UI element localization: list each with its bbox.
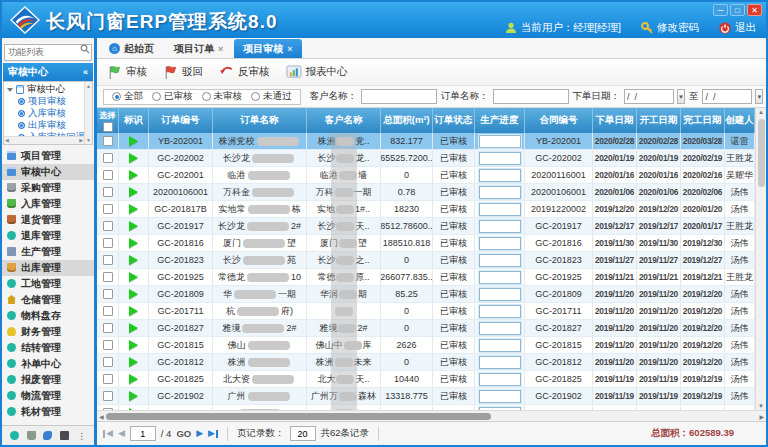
- table-row[interactable]: GC-201925 常德龙10 常德原.. 266077.835.. 已审核 G…: [97, 269, 755, 286]
- cart-icon[interactable]: [27, 431, 36, 440]
- sidebar-module-item[interactable]: 采购管理: [2, 180, 94, 196]
- table-row[interactable]: GC-201812 株洲 株洲未来 0 已审核 GC-201812 2019/1…: [97, 354, 755, 371]
- table-row[interactable]: GC-201825 北大资 北大天.. 10440 已审核 GC-201825 …: [97, 371, 755, 388]
- table-row[interactable]: GC-201711 杭府) 0 已审核 GC-201711 2019/11/20…: [97, 303, 755, 320]
- table-row[interactable]: 20200106001 万科金 万科一期 0.78 已审核 2020010600…: [97, 184, 755, 201]
- sidebar-module-item[interactable]: 物流管理: [2, 388, 94, 404]
- horizontal-scrollbar[interactable]: ◀ ▶: [97, 410, 766, 421]
- scrollbar-thumb[interactable]: [106, 413, 492, 420]
- table-row[interactable]: YB-202001 株洲党校 株洲党.. 832.177 已审核 YB-2020…: [97, 133, 755, 150]
- dot-icon[interactable]: [10, 431, 19, 440]
- scroll-left-icon[interactable]: ◀: [5, 137, 9, 143]
- header-flag[interactable]: 标识: [119, 108, 149, 133]
- header-order-name[interactable]: 订单名称: [213, 108, 307, 133]
- sidebar-module-item[interactable]: 报废管理: [2, 372, 94, 388]
- row-checkbox[interactable]: [103, 221, 113, 231]
- row-checkbox[interactable]: [103, 323, 113, 333]
- header-status[interactable]: 订单状态: [433, 108, 475, 133]
- next-page-icon[interactable]: ▶: [196, 429, 203, 438]
- vertical-scrollbar[interactable]: ▲ ▼: [755, 108, 766, 410]
- reject-button[interactable]: 驳回: [163, 65, 203, 80]
- sidebar-module-item[interactable]: 工地管理: [2, 276, 94, 292]
- row-checkbox[interactable]: [103, 272, 113, 282]
- row-checkbox[interactable]: [103, 187, 113, 197]
- change-password-link[interactable]: 修改密码: [657, 21, 699, 35]
- close-button[interactable]: ✕: [747, 4, 762, 16]
- select-all-checkbox[interactable]: [103, 122, 113, 132]
- sidebar-module-item[interactable]: 补单中心: [2, 356, 94, 372]
- sidebar-module-item[interactable]: 耗材管理: [2, 404, 94, 420]
- header-finish-date[interactable]: 完工日期: [681, 108, 725, 133]
- collapse-icon[interactable]: «: [83, 67, 88, 77]
- sidebar-module-item[interactable]: 结转管理: [2, 340, 94, 356]
- tree-node[interactable]: 项目审核: [18, 96, 84, 108]
- order-date-from-input[interactable]: [624, 89, 674, 104]
- report-center-button[interactable]: 报表中心: [286, 65, 348, 80]
- tree-vertical-scrollbar[interactable]: ▲ ▼: [84, 82, 92, 144]
- tree-node[interactable]: 入库审核: [18, 108, 84, 120]
- table-row[interactable]: GC-201809 华一期 华润期 85.25 已审核 GC-201809 20…: [97, 286, 755, 303]
- printer-icon[interactable]: [60, 431, 69, 440]
- tab-close-icon[interactable]: ×: [287, 44, 292, 54]
- row-checkbox[interactable]: [103, 136, 113, 146]
- table-row[interactable]: GC-201902 广州 广州万森林 13318.775 已审核 GC-2019…: [97, 388, 755, 405]
- sidebar-module-item[interactable]: 仓储管理: [2, 292, 94, 308]
- table-row[interactable]: GC-201817B 实地常栋 实地1#.. 18230 已审核 2019122…: [97, 201, 755, 218]
- sidebar-module-item[interactable]: 项目管理: [2, 148, 94, 164]
- sidebar-module-item[interactable]: 审核中心: [2, 164, 94, 180]
- header-progress[interactable]: 生产进度: [475, 108, 525, 133]
- customer-name-input[interactable]: [361, 89, 437, 104]
- table-row[interactable]: [97, 405, 755, 410]
- tree-expander-icon[interactable]: [7, 88, 13, 92]
- row-checkbox[interactable]: [103, 255, 113, 265]
- table-row[interactable]: GC-202001 临港 临港墙 0 已审核 20200116001 2020/…: [97, 167, 755, 184]
- sidebar-module-item[interactable]: 出库管理: [2, 260, 94, 276]
- audit-button[interactable]: 审核: [107, 65, 147, 80]
- sidebar-module-item[interactable]: 生产管理: [2, 244, 94, 260]
- header-customer[interactable]: 客户名称: [307, 108, 381, 133]
- row-checkbox[interactable]: [103, 153, 113, 163]
- sidebar-module-item[interactable]: 退库管理: [2, 228, 94, 244]
- row-checkbox[interactable]: [103, 170, 113, 180]
- header-creator[interactable]: 创建人: [725, 108, 755, 133]
- row-checkbox[interactable]: [103, 374, 113, 384]
- header-order-no[interactable]: 订单编号: [149, 108, 213, 133]
- scroll-right-icon[interactable]: ▶: [79, 137, 83, 143]
- scroll-up-icon[interactable]: ▲: [86, 83, 91, 89]
- header-contract[interactable]: 合同编号: [525, 108, 593, 133]
- row-checkbox[interactable]: [103, 238, 113, 248]
- tab-project-audit[interactable]: 项目审核 ×: [234, 39, 301, 58]
- sidebar-module-item[interactable]: 物料盘存: [2, 308, 94, 324]
- row-checkbox[interactable]: [103, 357, 113, 367]
- table-row[interactable]: GC-201815 佛山 佛山中库 2626 已审核 GC-201815 201…: [97, 337, 755, 354]
- radio-unaudited[interactable]: 未审核: [202, 90, 243, 103]
- scroll-down-icon[interactable]: ▼: [758, 403, 764, 409]
- leaf-icon[interactable]: [43, 431, 52, 440]
- radio-audited[interactable]: 已审核: [152, 90, 193, 103]
- radio-all[interactable]: 全部: [112, 90, 143, 103]
- scroll-down-icon[interactable]: ▼: [86, 137, 91, 143]
- tree-node[interactable]: 出库审核: [18, 120, 84, 132]
- sidebar-module-item[interactable]: 入库管理: [2, 196, 94, 212]
- header-order-date[interactable]: 下单日期: [593, 108, 637, 133]
- scroll-left-icon[interactable]: ◀: [99, 413, 104, 420]
- row-checkbox[interactable]: [103, 408, 113, 410]
- table-row[interactable]: GC-202002 长沙龙 长沙龙.. 65525.7200.. 已审核 GC-…: [97, 150, 755, 167]
- calendar-dropdown-icon[interactable]: ▼: [755, 89, 763, 104]
- table-row[interactable]: GC-201816 厦门望 厦门望 188510.818 已审核 GC-2018…: [97, 235, 755, 252]
- first-page-icon[interactable]: ◀: [103, 429, 113, 438]
- page-size-input[interactable]: [290, 426, 316, 441]
- radio-failed[interactable]: 未通过: [251, 90, 292, 103]
- more-icon[interactable]: ⋮: [77, 431, 86, 441]
- scroll-up-icon[interactable]: ▲: [758, 109, 764, 115]
- tree-root-node[interactable]: 审核中心: [7, 84, 84, 96]
- minimize-button[interactable]: ─: [713, 4, 728, 16]
- logout-link[interactable]: 退出: [735, 21, 756, 35]
- table-row[interactable]: GC-201827 雅境2# 雅境2# 0 已审核 GC-201827 2019…: [97, 320, 755, 337]
- row-checkbox[interactable]: [103, 306, 113, 316]
- scrollbar-thumb[interactable]: [758, 119, 765, 187]
- row-checkbox[interactable]: [103, 204, 113, 214]
- table-row[interactable]: GC-201917 长沙龙2# 长沙天.. 8512.78600.. 已审核 G…: [97, 218, 755, 235]
- tab-close-icon[interactable]: ×: [218, 44, 223, 54]
- maximize-button[interactable]: □: [730, 4, 745, 16]
